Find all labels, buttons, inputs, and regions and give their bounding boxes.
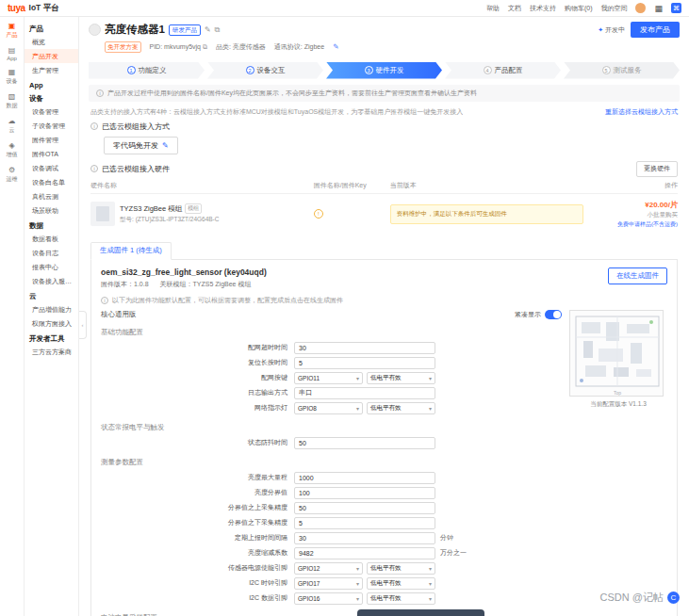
- i2c-sda-gpio-select[interactable]: GPIO16▾: [294, 592, 363, 605]
- sidebar-item-production[interactable]: 生产管理: [25, 63, 78, 77]
- step-number: 1: [127, 66, 136, 74]
- info-icon: i: [101, 297, 108, 304]
- bottom-peek-bar: [357, 609, 484, 616]
- debounce-input[interactable]: [294, 437, 435, 449]
- form-row: 状态防抖时间: [101, 437, 562, 449]
- sidebar-item-real-test[interactable]: 真机云测: [25, 189, 78, 203]
- step-function-definition[interactable]: 1 功能定义: [89, 62, 205, 79]
- free-sample-link[interactable]: 免费申请样品(不含运费): [583, 220, 678, 229]
- user-avatar[interactable]: [635, 3, 646, 13]
- step-hardware-dev[interactable]: 3 硬件开发: [326, 62, 442, 79]
- rail-item-data[interactable]: ▧ 数据: [0, 93, 24, 110]
- sidebar-item-whitelist[interactable]: 设备白名单: [25, 175, 78, 189]
- menu-group-device: 设备: [25, 90, 78, 105]
- status-badge: ✦ 开发中: [598, 25, 625, 35]
- sidebar-item-vas-capability[interactable]: 产品增值能力: [25, 302, 78, 316]
- sidebar-item-product-dev[interactable]: 产品开发: [25, 49, 78, 63]
- sensor-power-level-select[interactable]: 低电平有效▾: [367, 562, 435, 575]
- menu-group-data: 数据: [25, 218, 78, 232]
- reset-hold-input[interactable]: [294, 357, 435, 369]
- no-code-dev-button[interactable]: 零代码免开发 ✎: [104, 137, 178, 154]
- report-interval-input[interactable]: [294, 532, 435, 544]
- step-product-config[interactable]: 4 产品配置: [445, 62, 561, 79]
- sidebar-item-device-mgmt[interactable]: 设备管理: [25, 105, 78, 119]
- category-field: 品类: 亮度传感器: [216, 42, 266, 52]
- scale-factor-input[interactable]: [294, 547, 435, 559]
- svg-text:Top: Top: [614, 390, 621, 396]
- rail-item-ops[interactable]: ⚙ 运维: [0, 167, 24, 184]
- workspace-select[interactable]: 我的空间: [600, 4, 627, 13]
- sidebar-item-access-query[interactable]: 设备接入服务查询: [25, 274, 78, 288]
- i2c-scl-gpio-select[interactable]: GPIO17▾: [294, 577, 363, 590]
- product-meta: 免开发方案 PID: mkvumy5vjq ⧉ 品类: 亮度传感器 通讯协议: …: [89, 38, 680, 57]
- rail-item-device[interactable]: ▦ 设备: [0, 69, 24, 86]
- copy-icon[interactable]: ⧉: [215, 25, 221, 35]
- edit-title-icon[interactable]: ✎: [205, 25, 211, 34]
- apps-grid-icon[interactable]: ▦: [654, 4, 663, 13]
- sidebar-item-device-debug[interactable]: 设备调试: [25, 161, 78, 175]
- sidebar-item-report-center[interactable]: 报表中心: [25, 260, 78, 274]
- hardware-section: i 已选云模组接入硬件 更换硬件 硬件名称 固件名称/固件Key 当前版本 操作…: [79, 161, 689, 235]
- above-precision-input[interactable]: [294, 502, 435, 514]
- reselect-access-link[interactable]: 重新选择云模组接入方式: [605, 107, 678, 117]
- sidebar-item-device-log[interactable]: 设备日志: [25, 246, 78, 260]
- rail-label: 运维: [7, 175, 18, 184]
- generate-firmware-button[interactable]: 在线生成固件: [608, 267, 667, 284]
- console-shortcut-icon[interactable]: ⌘: [671, 3, 681, 13]
- edit-meta-icon[interactable]: ✎: [333, 42, 338, 51]
- rail-item-cloud[interactable]: ☁ 云: [0, 118, 24, 135]
- rail-item-product[interactable]: ▣ 产品: [0, 23, 24, 40]
- rail-label: App: [7, 56, 17, 61]
- pairing-key-gpio-select[interactable]: GPIO11▾: [294, 372, 363, 384]
- module-price: ¥20.00/片: [583, 200, 678, 210]
- unit-suffix: 分钟: [440, 533, 453, 543]
- rail-label: 数据: [7, 102, 18, 110]
- docs-link[interactable]: 文档: [508, 4, 521, 13]
- section-measure-config: 测量参数配置: [101, 458, 562, 467]
- field-label: 分界值之下采集精度: [101, 518, 294, 527]
- notice-bar: i 产品开发过程中使用到的固件名称/固件Key均在此页面展示，不会同步至生产资料…: [89, 85, 680, 102]
- log-output-input[interactable]: [294, 387, 435, 399]
- field-label: 日志输出方式: [101, 388, 294, 397]
- support-link[interactable]: 技术支持: [530, 4, 556, 13]
- watermark-text: CSDN @记帖: [600, 591, 664, 605]
- tab-generate-firmware[interactable]: 生成固件 1 (待生成): [90, 242, 172, 260]
- sidebar-item-auth-access[interactable]: 权限方面接入: [25, 316, 78, 331]
- rail-item-vas[interactable]: ◈ 增值: [0, 142, 24, 159]
- sidebar-item-subdevice-mgmt[interactable]: 子设备管理: [25, 119, 78, 133]
- pairing-key-level-select[interactable]: 低电平有效▾: [367, 372, 435, 384]
- net-led-gpio-select[interactable]: GPIO8▾: [294, 402, 363, 414]
- pid-field: PID: mkvumy5vjq ⧉: [150, 43, 207, 51]
- publish-product-button[interactable]: 发布产品: [631, 22, 680, 38]
- sidebar-collapse-handle[interactable]: ‹: [79, 311, 87, 339]
- sidebar-item-overview[interactable]: 概览: [25, 35, 78, 49]
- hardware-label: 已选云模组接入硬件: [102, 164, 170, 174]
- sidebar-item-firmware-ota[interactable]: 固件OTA: [25, 147, 78, 161]
- sidebar-item-scene-link[interactable]: 场景联动: [25, 203, 78, 218]
- firmware-name: oem_si32_zg_free_light_sensor (key04uqd): [101, 267, 267, 277]
- field-label: I2C 数据引脚: [101, 593, 294, 603]
- i2c-sda-level-select[interactable]: 低电平有效▾: [367, 592, 435, 605]
- below-precision-input[interactable]: [294, 517, 435, 529]
- sidebar-item-dashboard[interactable]: 数据看板: [25, 232, 78, 246]
- board-preview-panel: Top 当前配置版本 V1.1.3: [562, 310, 667, 616]
- help-link[interactable]: 帮助: [486, 4, 500, 13]
- sidebar-item-firmware-mgmt[interactable]: 固件管理: [25, 133, 78, 147]
- net-led-level-select[interactable]: 低电平有效▾: [367, 402, 435, 414]
- compact-display-toggle[interactable]: [545, 310, 562, 319]
- boundary-value-input[interactable]: [294, 487, 435, 499]
- tuya-logo[interactable]: tuya: [8, 3, 25, 13]
- change-hardware-button[interactable]: 更换硬件: [636, 161, 678, 177]
- rail-item-app[interactable]: ▤ App: [0, 47, 24, 61]
- step-device-interaction[interactable]: 2 设备交互: [207, 62, 323, 79]
- sensor-power-gpio-select[interactable]: GPIO12▾: [294, 562, 363, 575]
- pairing-timeout-input[interactable]: [294, 342, 435, 354]
- cart-link[interactable]: 购物车(0): [565, 4, 593, 13]
- step-test-service[interactable]: 5 测试服务: [564, 62, 680, 79]
- sidebar-item-thirdparty-cloud[interactable]: 三方云方案商: [25, 345, 78, 359]
- csdn-icon: C: [667, 592, 680, 604]
- copy-pid-icon[interactable]: ⧉: [203, 43, 207, 50]
- i2c-scl-level-select[interactable]: 低电平有效▾: [367, 577, 435, 590]
- firmware-card: oem_si32_zg_free_light_sensor (key04uqd)…: [90, 260, 678, 616]
- max-range-input[interactable]: [294, 472, 435, 484]
